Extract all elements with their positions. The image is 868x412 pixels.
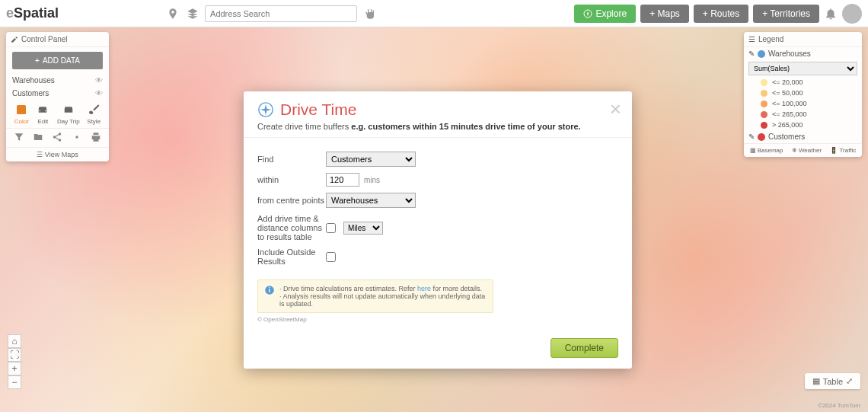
logo-prefix: e <box>6 5 14 21</box>
legend-footer: ▦ Basemap ❄ Weather 🚦 Traffic <box>744 143 862 157</box>
app-logo: eSpatial <box>6 5 59 21</box>
from-select[interactable]: Warehouses <box>326 193 416 208</box>
app-header: eSpatial Explore + Maps + Routes + Terri… <box>0 0 868 27</box>
palette-icon <box>14 103 28 117</box>
pin-icon <box>758 133 765 141</box>
tool-edit[interactable]: Edit <box>36 103 49 125</box>
gear-icon[interactable] <box>72 132 82 144</box>
color-dot <box>761 111 767 118</box>
share-icon[interactable] <box>52 132 62 144</box>
within-input[interactable] <box>326 173 359 187</box>
osm-credit: © OpenStreetMap <box>257 316 618 323</box>
tool-daytrip[interactable]: Day Trip <box>57 103 80 125</box>
visibility-icon[interactable]: 👁 <box>95 89 103 97</box>
complete-button[interactable]: Complete <box>550 338 618 358</box>
mins-label: mins <box>364 176 380 184</box>
zoom-in-button[interactable]: + <box>8 362 21 375</box>
routes-button[interactable]: + Routes <box>694 5 748 23</box>
svg-text:i: i <box>269 287 270 294</box>
legend-item: <= 20,000 <box>744 77 862 88</box>
visibility-icon[interactable]: 👁 <box>95 76 103 85</box>
pencil-icon <box>11 36 18 43</box>
logo-main: Spatial <box>14 5 59 21</box>
layer-warehouses[interactable]: Warehouses 👁 <box>6 74 109 87</box>
color-dot <box>761 90 767 97</box>
compass-icon <box>257 101 274 118</box>
color-dot <box>761 101 767 107</box>
list-icon: ☰ <box>748 35 755 43</box>
print-icon[interactable] <box>91 132 101 144</box>
fullscreen-button[interactable]: ⛶ <box>8 348 21 362</box>
find-label: Find <box>257 155 326 164</box>
modal-subtitle: Create drive time buffers e.g. customers… <box>257 122 618 131</box>
color-dot <box>761 122 767 129</box>
car-icon <box>36 103 49 117</box>
legend-metric-select[interactable]: Sum(Sales) <box>748 62 857 75</box>
home-button[interactable]: ⌂ <box>8 334 21 348</box>
svg-point-5 <box>75 136 78 139</box>
territories-button[interactable]: + Territories <box>753 5 819 23</box>
legend-item: > 265,000 <box>744 120 862 130</box>
hand-icon[interactable] <box>362 6 377 21</box>
address-search-input[interactable] <box>205 5 357 22</box>
add-cols-checkbox[interactable] <box>326 223 336 233</box>
pin-icon[interactable] <box>165 6 180 21</box>
grid-icon: ▦ <box>812 376 820 386</box>
drive-time-modal: Drive Time × Create drive time buffers e… <box>244 91 632 369</box>
action-icons <box>6 128 109 147</box>
view-maps-button[interactable]: ☰ View Maps <box>6 147 109 161</box>
modal-footer: Complete <box>244 331 632 369</box>
tool-color[interactable]: Color <box>14 103 29 125</box>
user-avatar[interactable] <box>842 4 862 24</box>
color-dot <box>761 79 767 86</box>
zoom-controls: ⌂ ⛶ + − <box>8 334 21 389</box>
basemap-button[interactable]: ▦ Basemap <box>750 147 783 154</box>
folder-icon[interactable] <box>33 132 43 144</box>
maps-button[interactable]: + Maps <box>640 5 689 23</box>
find-select[interactable]: Customers <box>326 152 416 167</box>
pin-icon <box>758 50 765 58</box>
compass-icon <box>583 9 592 18</box>
within-label: within <box>257 175 326 184</box>
close-icon[interactable]: × <box>610 99 621 119</box>
layers-icon[interactable] <box>185 6 200 21</box>
layer-customers[interactable]: Customers 👁 <box>6 87 109 100</box>
legend-layer-customers[interactable]: ✎ Customers <box>744 130 862 143</box>
include-checkbox[interactable] <box>326 252 336 262</box>
legend-item: <= 50,000 <box>744 88 862 98</box>
add-data-button[interactable]: + ADD DATA <box>12 52 103 69</box>
modal-body: Find Customers within mins from centre p… <box>244 137 632 331</box>
search-area <box>165 5 377 22</box>
header-buttons: Explore + Maps + Routes + Territories <box>574 4 862 24</box>
add-cols-label: Add drive time & distance columns to res… <box>257 214 326 241</box>
route-icon <box>62 103 75 117</box>
legend-item: <= 265,000 <box>744 109 862 120</box>
legend-layer-warehouses[interactable]: ✎ Warehouses <box>744 47 862 60</box>
traffic-button[interactable]: 🚦 Traffic <box>830 147 856 154</box>
legend-header: ☰ Legend <box>744 32 862 47</box>
plus-icon: + <box>35 56 40 65</box>
zoom-out-button[interactable]: − <box>8 375 21 389</box>
tool-row: Color Edit Day Trip Style <box>6 100 109 128</box>
filter-icon[interactable] <box>14 132 24 144</box>
control-panel: Control Panel + ADD DATA Warehouses 👁 Cu… <box>6 32 109 161</box>
info-link[interactable]: here <box>417 285 431 292</box>
control-panel-header: Control Panel <box>6 32 109 47</box>
units-select[interactable]: Miles <box>343 222 383 235</box>
legend-item: <= 100,000 <box>744 98 862 109</box>
notifications-icon[interactable] <box>824 7 838 21</box>
brush-icon <box>87 103 101 117</box>
expand-icon: ⤢ <box>846 376 853 386</box>
svg-rect-1 <box>17 105 26 114</box>
explore-button[interactable]: Explore <box>574 5 636 23</box>
pencil-icon: ✎ <box>748 133 755 141</box>
modal-title: Drive Time <box>280 101 356 119</box>
pencil-icon: ✎ <box>748 50 755 58</box>
include-label: Include Outside Results <box>257 248 326 266</box>
weather-button[interactable]: ❄ Weather <box>792 147 822 154</box>
table-button[interactable]: ▦ Table ⤢ <box>805 373 860 389</box>
info-box: i · Drive time calculations are estimate… <box>257 279 493 313</box>
from-label: from centre points <box>257 196 326 205</box>
modal-header: Drive Time × Create drive time buffers e… <box>244 91 632 137</box>
tool-style[interactable]: Style <box>87 103 101 125</box>
